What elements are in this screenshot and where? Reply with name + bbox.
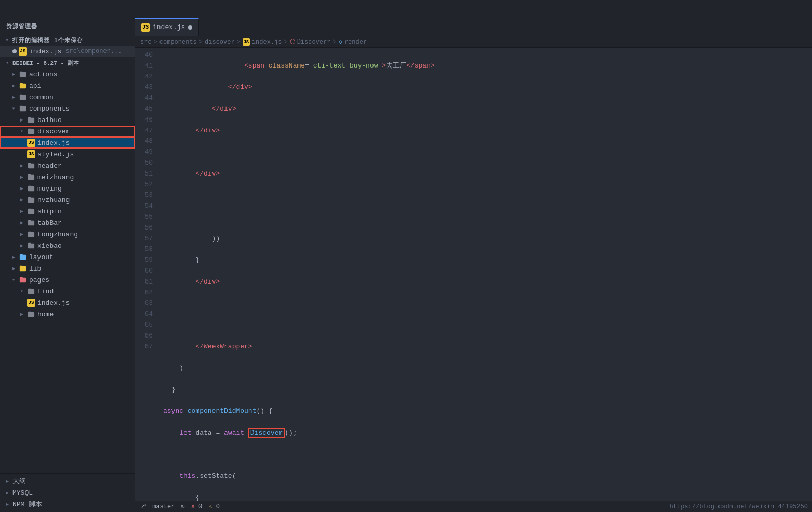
breadcrumb: src > components > discover > JS index.j…	[135, 36, 812, 48]
npm-label: NPM 脚本	[12, 500, 42, 509]
breadcrumb-sep: >	[284, 38, 287, 46]
open-file-path: src\componen...	[65, 48, 122, 55]
code-editor[interactable]: 40 41 42 43 44 45 46 47 48 49 50 51 52 5…	[135, 48, 812, 501]
folder-icon	[19, 104, 27, 113]
unsaved-badge: 1个未保存	[54, 36, 83, 44]
sidebar-item-layout[interactable]: ▶ layout	[0, 251, 135, 263]
code-line-48: ))	[163, 234, 812, 245]
item-label: layout	[29, 253, 54, 261]
arrow: ▶	[4, 478, 10, 484]
sidebar-item-header[interactable]: ▶ header	[0, 160, 135, 171]
folder-icon	[27, 161, 35, 170]
code-line-42: </div>	[163, 104, 812, 115]
sidebar-item-tongzhuang[interactable]: ▶ tongzhuang	[0, 228, 135, 240]
item-label: index.js	[37, 299, 70, 307]
sidebar-item-baihuo[interactable]: ▶ baihuo	[0, 114, 135, 126]
breadcrumb-sep: >	[237, 38, 241, 46]
sidebar-item-api[interactable]: ▶ api	[0, 80, 135, 91]
editor-tab[interactable]: JS index.js	[135, 18, 199, 36]
folder-icon	[27, 230, 35, 238]
item-label: api	[29, 82, 41, 90]
open-editors-section: ▾ 打开的编辑器 1个未保存 JS index.js src\componen.…	[0, 34, 135, 57]
sidebar-item-find[interactable]: ▾ find	[0, 286, 135, 297]
item-label: shipin	[37, 208, 62, 215]
code-line-54: )	[163, 363, 812, 374]
git-branch[interactable]: ⎇ master	[139, 503, 175, 510]
arrow: ▶	[19, 242, 25, 249]
warning-count[interactable]: ⚠ 0	[208, 503, 220, 510]
code-lines: <span className= cti-text buy-now >去工厂</…	[161, 48, 812, 501]
arrow: ▶	[10, 71, 17, 77]
tab-js-icon: JS	[141, 23, 150, 32]
js-file-icon: JS	[27, 299, 35, 307]
breadcrumb-sep: >	[154, 38, 157, 46]
sync-button[interactable]: ↻	[181, 503, 184, 510]
project-root[interactable]: ▾ BEIBEI - 8.27 - 副本	[0, 57, 135, 69]
project-arrow: ▾	[4, 60, 10, 66]
item-label: tongzhuang	[37, 231, 78, 238]
item-label: tabBar	[37, 219, 62, 227]
folder-icon	[27, 184, 35, 193]
code-line-40: <span className= cti-text buy-now >去工厂</…	[163, 61, 812, 72]
open-editors-header[interactable]: ▾ 打开的编辑器 1个未保存	[0, 34, 135, 46]
mysql-section[interactable]: ▶ MYSQL	[0, 487, 135, 498]
sidebar-item-tabbar[interactable]: ▶ tabBar	[0, 217, 135, 228]
title-bar	[0, 0, 812, 18]
sidebar-item-discover[interactable]: ▾ discover	[0, 126, 135, 137]
outline-section[interactable]: ▶ 大纲	[0, 476, 135, 487]
bottom-sections: ▶ 大纲 ▶ MYSQL ▶ NPM 脚本	[0, 473, 135, 512]
arrow: ▶	[19, 197, 25, 203]
breadcrumb-discover: discover	[205, 38, 235, 46]
sidebar-item-pages[interactable]: ▾ pages	[0, 274, 135, 286]
status-url: https://blog.csdn.net/weixin_44195250	[670, 503, 808, 510]
code-line-49: }	[163, 255, 812, 266]
folder-icon	[27, 219, 35, 227]
sidebar-item-lib[interactable]: ▶ lib	[0, 263, 135, 274]
mysql-label: MYSQL	[12, 489, 33, 497]
branch-icon: ⎇	[139, 503, 147, 510]
folder-icon	[19, 253, 27, 261]
folder-icon	[27, 241, 35, 250]
arrow: ▶	[4, 490, 10, 496]
arrow: ▾	[10, 277, 17, 283]
editor-area: JS index.js src > components > discover …	[135, 18, 812, 512]
sidebar-item-common[interactable]: ▶ common	[0, 91, 135, 103]
arrow: ▶	[19, 220, 25, 226]
arrow: ▾	[19, 128, 25, 134]
sidebar-item-home[interactable]: ▶ home	[0, 308, 135, 320]
breadcrumb-class-icon: ⬡	[290, 38, 295, 46]
item-label: baihuo	[37, 116, 62, 124]
sidebar-item-meizhuang[interactable]: ▶ meizhuang	[0, 171, 135, 183]
folder-icon	[27, 116, 35, 124]
item-label: nvzhuang	[37, 196, 70, 204]
sidebar-item-find-indexjs[interactable]: JS index.js	[0, 297, 135, 308]
arrow: ▶	[19, 174, 25, 180]
breadcrumb-method-icon: ◇	[339, 38, 342, 46]
item-label: discover	[37, 128, 70, 136]
arrow: ▶	[10, 94, 17, 100]
sidebar-item-nvzhuang[interactable]: ▶ nvzhuang	[0, 194, 135, 206]
code-line-57: let data = await Discover();	[163, 428, 812, 439]
folder-icon	[27, 207, 35, 215]
sidebar-item-discover-styledjs[interactable]: JS styled.js	[0, 149, 135, 160]
arrow: ▶	[4, 501, 10, 507]
breadcrumb-discoverr: Discoverr	[297, 38, 331, 46]
sidebar-item-discover-indexjs[interactable]: JS index.js	[0, 137, 135, 149]
sidebar-item-shipin[interactable]: ▶ shipin	[0, 206, 135, 217]
open-editors-label: 打开的编辑器	[12, 36, 50, 44]
sidebar-item-xiebao[interactable]: ▶ xiebao	[0, 240, 135, 251]
code-line-53: </WeekWrapper>	[163, 342, 812, 353]
sidebar-item-actions[interactable]: ▶ actions	[0, 69, 135, 80]
sidebar-item-muying[interactable]: ▶ muying	[0, 183, 135, 194]
npm-section[interactable]: ▶ NPM 脚本	[0, 498, 135, 510]
folder-icon	[27, 196, 35, 204]
code-line-55: }	[163, 385, 812, 396]
code-line-47	[163, 212, 812, 223]
breadcrumb-js-badge: JS	[243, 38, 250, 46]
open-file-item[interactable]: JS index.js src\componen...	[0, 46, 135, 57]
arrow: ▶	[19, 185, 25, 192]
open-file-name: index.js	[29, 48, 61, 56]
sidebar-item-components[interactable]: ▾ components	[0, 103, 135, 114]
sidebar-title: 资源管理器	[0, 18, 135, 34]
error-count[interactable]: ✗ 0	[191, 503, 203, 510]
